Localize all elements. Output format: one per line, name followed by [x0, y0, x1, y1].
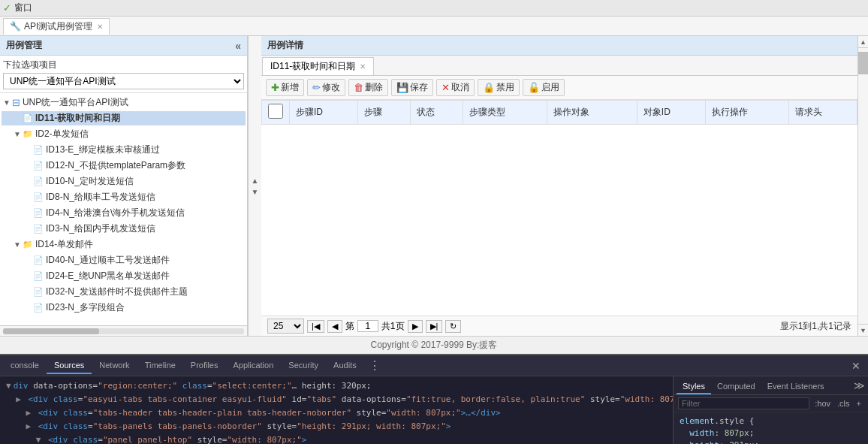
collapse-btn[interactable]: «: [235, 40, 241, 52]
select-all-checkbox[interactable]: [268, 104, 283, 119]
scrollbar-down-btn[interactable]: ▼: [858, 324, 868, 336]
edit-label: 修改: [322, 81, 340, 94]
main-tab[interactable]: 🔧 API测试用例管理 ✕: [3, 18, 110, 35]
expand-icon[interactable]: ▼: [14, 130, 21, 138]
right-scrollbar: ▲ ▼: [857, 36, 868, 336]
tree-node-label[interactable]: 📄ID8-N_给顺丰工号发送短信: [2, 190, 246, 204]
filter-input[interactable]: [678, 397, 809, 409]
devtools-right-tabs: Styles Computed Event Listeners ≫: [674, 379, 868, 395]
delete-button[interactable]: 🗑 删除: [348, 79, 388, 96]
styles-tab[interactable]: Styles: [677, 379, 711, 394]
edit-button[interactable]: ✏ 修改: [307, 79, 345, 96]
detail-tab-close[interactable]: ✕: [360, 62, 366, 71]
content-wrapper: 用例管理 « 下拉选项项目 UNP统一通知平台API测试 ▼⊟UNP统一通知平台…: [0, 36, 868, 354]
devtools-tab-timeline[interactable]: Timeline: [137, 358, 183, 374]
enable-icon: 🔓: [528, 82, 540, 93]
add-style-btn[interactable]: +: [854, 399, 863, 408]
tree-node-label[interactable]: 📄ID10-N_定时发送短信: [2, 174, 246, 189]
tree-node-label[interactable]: ▼📁ID2-单发短信: [2, 127, 246, 141]
hov-filter-btn[interactable]: :hov: [812, 399, 833, 408]
file-icon: 📄: [33, 255, 44, 265]
detail-tab-id11[interactable]: ID11-获取时间和日期 ✕: [262, 57, 374, 75]
tree-node[interactable]: 📄ID23-N_多字段组合: [2, 300, 246, 316]
left-scroll-btns: ▲ ▼: [248, 36, 261, 336]
devtools-menu-btn[interactable]: ⋮: [364, 357, 385, 374]
style-width: width: 807px;: [680, 427, 862, 439]
scrollbar-thumb[interactable]: [858, 52, 868, 74]
devtools-tab-profiles[interactable]: Profiles: [183, 358, 226, 374]
tree-node[interactable]: ▼📁ID14-单发邮件: [2, 237, 246, 252]
add-button[interactable]: ✚ 新增: [266, 79, 304, 96]
devtools-close-btn[interactable]: ✕: [847, 358, 865, 373]
tree-node[interactable]: 📄ID24-E_绕UNP黑名单发送邮件: [2, 268, 246, 284]
cls-filter-btn[interactable]: .cls: [835, 399, 852, 408]
disable-button[interactable]: 🔒 禁用: [478, 79, 520, 96]
tree-node-label[interactable]: 📄ID13-E_绑定模板未审核通过: [2, 143, 246, 157]
cancel-label: 取消: [451, 81, 469, 94]
event-listeners-tab[interactable]: Event Listeners: [761, 379, 830, 394]
page-size-select[interactable]: 25 10 50 100: [267, 319, 304, 334]
devtools-code-line: ▶ <div class="tabs-header tabs-header-pl…: [0, 406, 673, 420]
tree-node-text: ID10-N_定时发送短信: [46, 175, 134, 188]
devtools-code-panel: ▼div data-options="region:center;" class…: [0, 376, 673, 444]
tree-node-text: ID32-N_发送邮件时不提供邮件主题: [46, 285, 188, 298]
scroll-up-arrow[interactable]: ▲: [250, 175, 261, 186]
col-op-target: 操作对象: [547, 101, 637, 125]
expand-icon[interactable]: ▼: [14, 240, 21, 249]
next-page-btn[interactable]: ▶: [408, 320, 423, 333]
tree-node-label[interactable]: 📄ID12-N_不提供templateParam参数: [2, 159, 246, 173]
tree-node[interactable]: 📄ID40-N_通过顺丰工号发送邮件: [2, 252, 246, 268]
page-input[interactable]: [357, 320, 378, 332]
tree-node[interactable]: 📄ID3-N_给国内手机发送短信: [2, 221, 246, 237]
tree-node-label[interactable]: 📄ID11-获取时间和日期: [2, 111, 246, 125]
col-req-header: 请求头: [789, 101, 857, 125]
right-panel-expand-btn[interactable]: ≫: [854, 379, 865, 394]
filter-btns: :hov .cls +: [812, 399, 863, 408]
col-status: 状态: [411, 101, 463, 125]
tree-node[interactable]: ▼⊟UNP统一通知平台API测试: [2, 95, 246, 110]
scrollbar-track[interactable]: [858, 48, 868, 324]
cancel-button[interactable]: ✕ 取消: [436, 79, 475, 96]
scroll-down-arrow[interactable]: ▼: [250, 186, 261, 198]
tree-node-label[interactable]: 📄ID3-N_给国内手机发送短信: [2, 222, 246, 236]
tree-node[interactable]: 📄ID4-N_给港澳台\海外手机发送短信: [2, 205, 246, 221]
devtools-tab-audits[interactable]: Audits: [326, 358, 364, 374]
prev-page-btn[interactable]: ◀: [327, 320, 342, 333]
check-icon: ✓: [3, 2, 11, 14]
tree-node[interactable]: 📄ID10-N_定时发送短信: [2, 174, 246, 189]
last-page-btn[interactable]: ▶|: [426, 320, 443, 333]
tree-node-text: ID4-N_给港澳台\海外手机发送短信: [46, 207, 185, 219]
first-page-btn[interactable]: |◀: [307, 320, 324, 333]
devtools-tab-security[interactable]: Security: [281, 358, 326, 374]
devtools-tab-console[interactable]: console: [3, 358, 47, 374]
tab-close-btn[interactable]: ✕: [97, 23, 103, 31]
tree-node[interactable]: 📄ID11-获取时间和日期: [2, 110, 246, 126]
copyright: Copyright © 2017-9999 By:援客: [0, 336, 868, 354]
computed-tab[interactable]: Computed: [711, 379, 761, 394]
tree-node-label[interactable]: 📄ID32-N_发送邮件时不提供邮件主题: [2, 285, 246, 299]
scrollbar-up-btn[interactable]: ▲: [858, 36, 868, 48]
tree-node[interactable]: ▼📁ID2-单发短信: [2, 126, 246, 142]
enable-button[interactable]: 🔓 启用: [523, 79, 565, 96]
tree-node[interactable]: 📄ID8-N_给顺丰工号发送短信: [2, 189, 246, 205]
style-height: height: 291px;: [680, 439, 862, 444]
tree-node-label[interactable]: 📄ID40-N_通过顺丰工号发送邮件: [2, 253, 246, 267]
refresh-btn[interactable]: ↻: [445, 320, 461, 333]
tree-node-label[interactable]: 📄ID23-N_多字段组合: [2, 301, 246, 315]
expand-icon[interactable]: ▼: [3, 98, 11, 107]
devtools-tab-application[interactable]: Application: [225, 358, 281, 374]
save-button[interactable]: 💾 保存: [391, 79, 433, 96]
project-select[interactable]: UNP统一通知平台API测试: [3, 73, 244, 89]
col-checkbox[interactable]: [262, 101, 290, 125]
tab-icon: 🔧: [10, 21, 21, 32]
tree-node[interactable]: 📄ID12-N_不提供templateParam参数: [2, 158, 246, 174]
tree-node[interactable]: 📄ID13-E_绑定模板未审核通过: [2, 142, 246, 158]
devtools-tab-sources[interactable]: Sources: [47, 358, 92, 374]
right-panel-header: 用例详情: [261, 36, 857, 56]
devtools-tab-network[interactable]: Network: [92, 358, 137, 374]
tree-node-label[interactable]: ▼⊟UNP统一通知平台API测试: [2, 95, 246, 110]
tree-node[interactable]: 📄ID32-N_发送邮件时不提供邮件主题: [2, 284, 246, 300]
tree-node-label[interactable]: 📄ID24-E_绕UNP黑名单发送邮件: [2, 269, 246, 283]
tree-node-label[interactable]: 📄ID4-N_给港澳台\海外手机发送短信: [2, 206, 246, 220]
tree-node-label[interactable]: ▼📁ID14-单发邮件: [2, 237, 246, 252]
